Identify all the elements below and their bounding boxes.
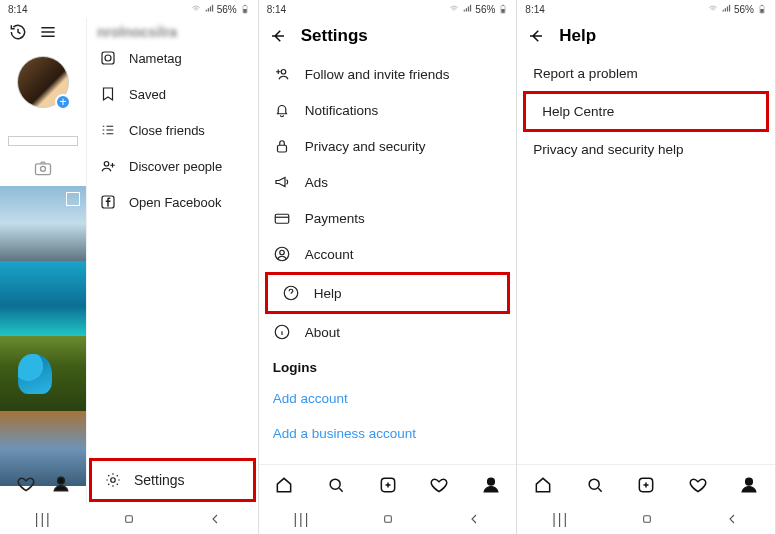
hamburger-icon[interactable]	[38, 22, 58, 46]
recents-key[interactable]: |||	[552, 511, 569, 527]
help-item-privacy-security-help[interactable]: Privacy and security help	[517, 132, 775, 167]
svg-rect-28	[761, 5, 763, 6]
drawer-item-nametag[interactable]: Nametag	[87, 40, 258, 76]
svg-point-24	[487, 478, 494, 485]
home-key[interactable]	[639, 511, 655, 527]
grid-thumb[interactable]	[0, 186, 86, 261]
drawer-item-saved[interactable]: Saved	[87, 76, 258, 112]
settings-item-about[interactable]: About	[259, 314, 517, 350]
svg-point-15	[281, 70, 286, 75]
profile-icon[interactable]	[51, 474, 71, 498]
settings-header: Settings	[259, 18, 517, 56]
add-post-icon[interactable]	[378, 475, 398, 495]
info-icon	[273, 323, 291, 341]
svg-rect-3	[36, 164, 51, 175]
battery-icon	[498, 4, 508, 14]
add-post-icon[interactable]	[636, 475, 656, 495]
drawer-settings[interactable]: Settings	[89, 458, 256, 502]
signal-icon	[204, 4, 214, 14]
android-soft-keys: |||	[259, 504, 517, 534]
add-story-icon[interactable]: +	[55, 94, 71, 110]
home-icon[interactable]	[533, 475, 553, 495]
list-item-label: Notifications	[305, 103, 379, 118]
bell-icon	[273, 101, 291, 119]
settings-item-ads[interactable]: Ads	[259, 164, 517, 200]
svg-point-22	[330, 479, 340, 489]
wifi-icon	[708, 4, 718, 14]
login-add-business[interactable]: Add a business account	[259, 416, 517, 451]
profile-icon[interactable]	[739, 475, 759, 495]
help-item-report-problem[interactable]: Report a problem	[517, 56, 775, 91]
heart-icon[interactable]	[16, 474, 36, 498]
battery-icon	[757, 4, 767, 14]
back-icon[interactable]	[269, 27, 287, 45]
account-icon	[273, 245, 291, 263]
help-list: Report a problem Help Centre Privacy and…	[517, 56, 775, 464]
svg-rect-25	[385, 516, 392, 523]
grid-thumb[interactable]	[0, 261, 86, 336]
grid-thumb[interactable]	[0, 336, 86, 411]
help-item-help-centre[interactable]: Help Centre	[523, 91, 769, 132]
wifi-icon	[449, 4, 459, 14]
status-bar: 8:14 56%	[0, 0, 258, 18]
search-icon[interactable]	[326, 475, 346, 495]
svg-point-19	[279, 250, 284, 255]
android-soft-keys: |||	[517, 504, 775, 534]
svg-point-7	[104, 162, 109, 167]
avatar[interactable]: +	[17, 56, 69, 108]
list-item-label: Report a problem	[533, 66, 637, 81]
heart-icon[interactable]	[688, 475, 708, 495]
login-add-account[interactable]: Add account	[259, 381, 517, 416]
status-battery: 56%	[217, 4, 237, 15]
back-key[interactable]	[466, 511, 482, 527]
back-key[interactable]	[207, 511, 223, 527]
home-key[interactable]	[121, 511, 137, 527]
drawer-item-discover-people[interactable]: Discover people	[87, 148, 258, 184]
status-time: 8:14	[525, 4, 544, 15]
gear-icon	[104, 471, 122, 489]
settings-item-help[interactable]: Help	[265, 272, 511, 314]
panel-settings: 8:14 56% Settings Follow and invite frie…	[259, 0, 518, 534]
bottom-nav	[517, 464, 775, 504]
page-title: Settings	[301, 26, 368, 46]
drawer-item-open-facebook[interactable]: Open Facebook	[87, 184, 258, 220]
profile-icon[interactable]	[481, 475, 501, 495]
logins-section-label: Logins	[259, 350, 517, 381]
list-item-label: Help	[314, 286, 342, 301]
battery-icon	[240, 4, 250, 14]
recents-key[interactable]: |||	[293, 511, 310, 527]
svg-rect-17	[275, 214, 289, 223]
status-bar: 8:14 56%	[517, 0, 775, 18]
list-item-label: Privacy and security	[305, 139, 426, 154]
settings-item-payments[interactable]: Payments	[259, 200, 517, 236]
tagged-icon[interactable]	[15, 156, 71, 180]
back-icon[interactable]	[527, 27, 545, 45]
home-icon[interactable]	[274, 475, 294, 495]
status-right: 56%	[708, 4, 767, 15]
wifi-icon	[191, 4, 201, 14]
search-icon[interactable]	[585, 475, 605, 495]
drawer-item-close-friends[interactable]: Close friends	[87, 112, 258, 148]
status-right: 56%	[191, 4, 250, 15]
card-icon	[273, 209, 291, 227]
discover-people-icon	[99, 157, 117, 175]
edit-profile-placeholder[interactable]	[8, 136, 78, 146]
settings-item-notifications[interactable]: Notifications	[259, 92, 517, 128]
settings-item-privacy-security[interactable]: Privacy and security	[259, 128, 517, 164]
panel-profile-drawer: 8:14 56% +	[0, 0, 259, 534]
settings-item-follow-invite[interactable]: Follow and invite friends	[259, 56, 517, 92]
heart-icon[interactable]	[429, 475, 449, 495]
svg-point-9	[111, 478, 116, 483]
home-key[interactable]	[380, 511, 396, 527]
settings-item-account[interactable]: Account	[259, 236, 517, 272]
nametag-icon	[99, 49, 117, 67]
back-key[interactable]	[724, 511, 740, 527]
login-log-out[interactable]: Log out	[259, 451, 517, 464]
link-label: Add a business account	[273, 426, 416, 441]
history-icon[interactable]	[8, 22, 28, 46]
drawer-username[interactable]: nrolnocsilra	[87, 18, 258, 40]
recents-key[interactable]: |||	[35, 511, 52, 527]
megaphone-icon	[273, 173, 291, 191]
list-item-label: Payments	[305, 211, 365, 226]
drawer-item-label: Discover people	[129, 159, 222, 174]
